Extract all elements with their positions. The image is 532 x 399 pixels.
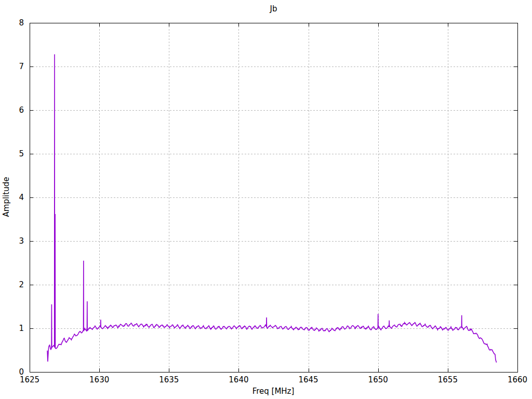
svg-text:3: 3 <box>19 236 24 246</box>
svg-text:1655: 1655 <box>438 375 458 384</box>
svg-text:1630: 1630 <box>89 375 109 384</box>
svg-text:4: 4 <box>19 193 24 202</box>
svg-text:2: 2 <box>19 280 24 289</box>
data-line-series <box>47 54 497 362</box>
svg-text:1640: 1640 <box>229 375 248 384</box>
svg-text:7: 7 <box>19 62 24 71</box>
svg-text:1645: 1645 <box>298 375 318 384</box>
svg-text:1635: 1635 <box>159 375 179 384</box>
tick-labels: 1625163016351640164516501655166001234567… <box>19 18 527 384</box>
svg-text:1650: 1650 <box>368 375 388 384</box>
svg-text:0: 0 <box>19 367 24 377</box>
grid-lines <box>30 23 517 372</box>
svg-text:6: 6 <box>19 105 24 115</box>
svg-text:1: 1 <box>19 324 24 333</box>
svg-text:1660: 1660 <box>508 375 527 384</box>
svg-text:5: 5 <box>19 149 24 158</box>
svg-text:8: 8 <box>19 18 24 28</box>
plot-area: 1625163016351640164516501655166001234567… <box>0 0 532 399</box>
chart-page: Jb Amplitude Freq [MHz] 1625163016351640… <box>0 0 532 399</box>
